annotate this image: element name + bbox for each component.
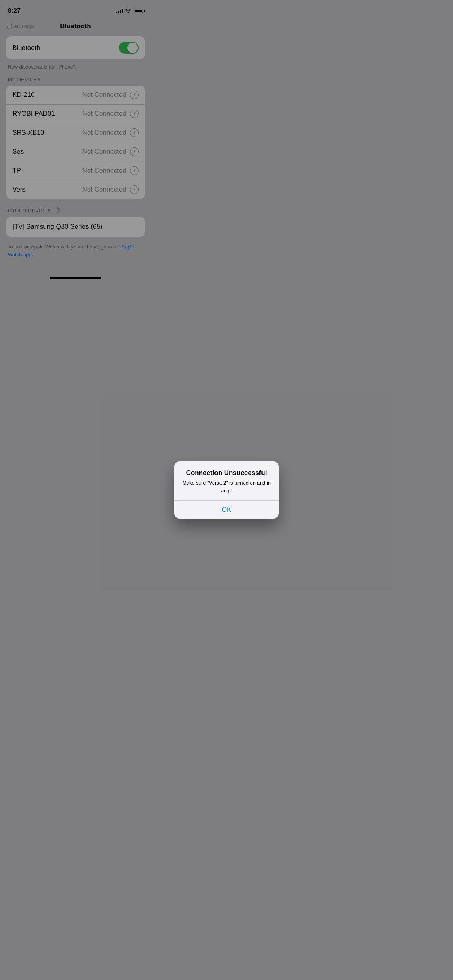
modal-overlay: Connection Unsuccessful Make sure "Versa… (0, 0, 151, 327)
